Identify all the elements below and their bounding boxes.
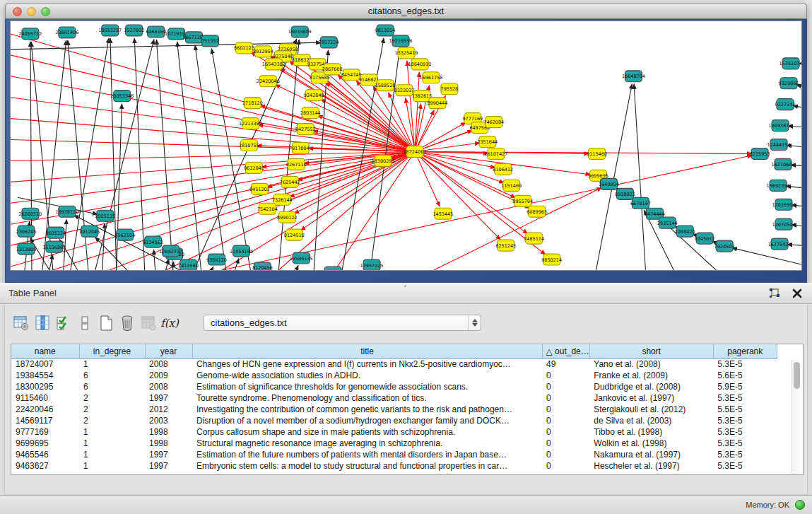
graph-node[interactable]: 13325419 [395, 47, 418, 59]
function-builder-icon[interactable]: f(x) [159, 313, 180, 333]
table-cell[interactable]: 0 [542, 404, 589, 415]
table-cell[interactable]: Estimation of significance thresholds fo… [192, 381, 542, 392]
table-cell[interactable]: 5.9E-5 [713, 381, 777, 392]
graph-node[interactable]: 8990122 [277, 211, 298, 223]
graph-node[interactable]: 7542104 [257, 203, 278, 214]
graph-node[interactable]: 7857224 [319, 37, 339, 48]
table-cell[interactable]: 1 [79, 438, 145, 449]
column-header-pagerank[interactable]: pagerank [713, 344, 777, 358]
graph-node[interactable]: 26260510 [18, 208, 42, 219]
graph-node[interactable]: 18724007 [404, 146, 427, 157]
graph-node[interactable]: 795528 [441, 83, 459, 95]
graph-node[interactable]: 24055712 [18, 28, 42, 40]
scrollbar-thumb[interactable] [794, 362, 800, 389]
graph-node[interactable]: 2867608 [322, 64, 343, 75]
table-row[interactable]: 911546021997Tourette syndrome. Phenomeno… [11, 392, 777, 404]
graph-node[interactable]: 2718120 [242, 98, 263, 109]
graph-node[interactable]: 18300295 [372, 155, 395, 166]
graph-node[interactable]: 7412560 [178, 259, 199, 270]
table-row[interactable]: 969969511998Structural magnetic resonanc… [11, 438, 777, 449]
graph-node[interactable]: 2485124 [524, 233, 544, 244]
table-vertical-scrollbar[interactable] [791, 360, 802, 474]
table-cell[interactable]: 1997 [145, 460, 192, 472]
table-cell[interactable]: 2008 [145, 358, 192, 370]
graph-node[interactable]: 9227342 [775, 99, 796, 110]
table-cell[interactable]: 0 [542, 438, 589, 449]
graph-node[interactable]: 8813054 [375, 25, 396, 36]
table-cell[interactable]: Jankovic et al. (1997) [589, 392, 713, 404]
graph-node[interactable]: 18938110 [55, 206, 78, 217]
table-cell[interactable]: 2 [79, 415, 145, 426]
graph-node[interactable]: 7562104 [114, 229, 135, 240]
table-cell[interactable]: Nakamura et al. (1997) [589, 449, 713, 460]
table-row[interactable]: 1872400712008Changes of HCN gene express… [11, 358, 777, 370]
table-selector-dropdown[interactable]: citations_edges.txt [204, 315, 481, 331]
graph-node[interactable]: 16107427 [484, 148, 507, 159]
table-cell[interactable]: 5.6E-5 [713, 370, 777, 381]
table-cell[interactable]: 5.3E-5 [713, 358, 777, 370]
graph-node[interactable]: 8215953 [750, 148, 770, 159]
table-cell[interactable]: 2009 [145, 370, 192, 381]
close-window-icon[interactable] [13, 7, 22, 16]
table-cell[interactable]: 18724007 [11, 358, 79, 370]
table-cell[interactable]: 2 [79, 392, 145, 404]
table-row[interactable]: 2242004622012Investigating the contribut… [11, 404, 777, 415]
float-window-icon[interactable] [768, 287, 781, 300]
graph-node[interactable]: 7625442 [280, 176, 300, 187]
table-cell[interactable]: Wolkin et al. (1998) [589, 438, 713, 449]
graph-node[interactable]: 12213399 [239, 118, 262, 129]
table-cell[interactable]: 1998 [145, 438, 192, 449]
graph-node[interactable]: 9115460 [587, 148, 607, 159]
graph-node[interactable]: 18640910 [408, 59, 431, 70]
table-cell[interactable]: 0 [542, 415, 589, 426]
table-cell[interactable]: Structural magnetic resonance image aver… [192, 438, 542, 449]
table-cell[interactable]: 5.3E-5 [713, 449, 777, 460]
table-cell[interactable]: 2012 [145, 404, 192, 415]
table-cell[interactable]: 1997 [145, 449, 192, 460]
graph-node[interactable]: 6679197 [630, 197, 651, 209]
graph-node[interactable]: 751552 [201, 35, 219, 47]
table-cell[interactable]: 0 [542, 370, 589, 381]
graph-node[interactable]: 8955794 [512, 195, 533, 206]
table-cell[interactable]: 1997 [145, 392, 192, 404]
graph-node[interactable]: 9850214 [541, 254, 562, 265]
table-cell[interactable]: 0 [542, 460, 589, 472]
minimize-window-icon[interactable] [27, 7, 36, 16]
table-row[interactable]: 1938455462009Genome-wide association stu… [11, 370, 777, 381]
graph-node[interactable]: 16648784 [622, 71, 645, 82]
show-column-icon[interactable] [32, 313, 53, 333]
table-row[interactable]: 977716911998Corpus callosum shape and si… [11, 426, 777, 438]
table-cell[interactable]: 1 [79, 358, 145, 370]
table-cell[interactable]: 9699695 [11, 438, 79, 449]
table-cell[interactable]: Yano et al. (2008) [589, 358, 713, 370]
graph-node[interactable]: 1151469 [501, 180, 522, 191]
table-panel-header[interactable]: Table Panel [0, 283, 812, 304]
table-cell[interactable]: de Silva et al. (2003) [589, 415, 713, 426]
graph-node[interactable]: 7462084 [483, 117, 504, 128]
graph-node[interactable]: 1527602 [124, 25, 144, 36]
graph-node[interactable]: 1588520 [375, 80, 396, 91]
graph-node[interactable]: 22420046 [257, 76, 280, 87]
graph-node[interactable]: 11156863 [42, 241, 66, 252]
table-cell[interactable]: Changes of HCN gene expression and I(f) … [192, 358, 542, 370]
table-cell[interactable]: Dudbridge et al. (2008) [589, 381, 713, 392]
table-cell[interactable]: 9465546 [11, 449, 79, 460]
graph-node[interactable]: 8120456 [252, 262, 273, 270]
table-row[interactable]: 1456911722003Disruption of a novel membe… [11, 415, 777, 426]
graph-node[interactable]: 7924503 [714, 240, 735, 252]
table-cell[interactable]: Hescheler et al. (1997) [589, 460, 713, 472]
graph-node[interactable]: 9242848 [304, 90, 324, 101]
table-cell[interactable]: 6 [79, 381, 145, 392]
graph-node[interactable]: 8912954 [253, 46, 273, 57]
graph-node[interactable]: 17957225 [360, 259, 384, 270]
graph-node[interactable]: 8251245 [495, 240, 516, 251]
graph-node[interactable]: 7215604 [323, 267, 343, 270]
panel-drag-handle-icon[interactable] [403, 284, 408, 288]
graph-node[interactable]: 6466160 [146, 26, 166, 37]
table-cell[interactable]: 49 [542, 358, 589, 370]
network-canvas[interactable]: 1872400718300295222605892750481654338281… [10, 21, 802, 271]
column-header-year[interactable]: year [145, 344, 192, 358]
table-cell[interactable]: 5.3E-5 [713, 438, 777, 449]
graph-node[interactable]: 17016504 [772, 199, 796, 210]
delete-trash-icon[interactable] [117, 313, 138, 333]
